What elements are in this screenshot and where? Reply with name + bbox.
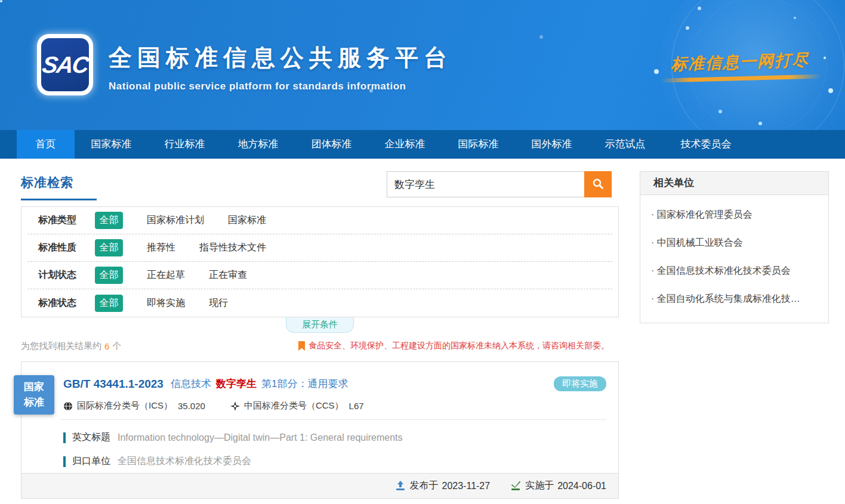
card-divider [60, 419, 606, 420]
filter-option[interactable]: 即将实施 [147, 297, 185, 310]
search-button[interactable] [584, 171, 612, 197]
site-title-cn: 全国标准信息公共服务平台 [109, 42, 452, 74]
filter-row: 标准状态全部即将实施现行 [27, 289, 612, 317]
nav-item[interactable]: 技术委员会 [662, 130, 750, 159]
main-column: 标准检索 标准类型全部国家标准计划国家标准标准性质全部推荐性指导性技术文件计划状… [21, 159, 619, 499]
standard-title-highlight[interactable]: 数字孪生 [216, 377, 257, 391]
ics-value: 35.020 [178, 401, 205, 411]
nav-item[interactable]: 国家标准 [75, 130, 148, 159]
filter-option[interactable]: 国家标准计划 [147, 214, 204, 227]
publish-label: 发布于 [410, 480, 439, 492]
card-body: GB/T 43441.1-2023 信息技术 数字孪生 第1部分：通用要求 即将… [21, 362, 618, 468]
expand-conditions-button[interactable]: 展开条件 [286, 317, 354, 333]
results-count: 6 [104, 341, 109, 351]
search-section: 标准检索 [21, 159, 619, 206]
nav-item[interactable]: 地方标准 [221, 130, 295, 159]
results-info: 为您找到相关结果约 6 个 食品安全、环境保护、工程建设方面的国家标准未纳入本系… [21, 339, 619, 353]
ccs-label: 中国标准分类号（CCS） [244, 400, 344, 412]
implement-date: 2024-06-01 [557, 481, 606, 491]
filter-all-button[interactable]: 全部 [95, 212, 123, 229]
site-title-en: National public service platform for sta… [109, 81, 452, 92]
sparkle-dots-decoration [0, 0, 2, 2]
results-notice: 食品安全、环境保护、工程建设方面的国家标准未纳入本系统，请咨询相关部委。 [298, 341, 609, 351]
section-title-underline [21, 199, 97, 200]
filter-row: 标准类型全部国家标准计划国家标准 [27, 207, 612, 234]
page-header: SAC 全国标准信息公共服务平台 National public service… [0, 0, 845, 130]
sac-logo[interactable]: SAC [37, 34, 93, 95]
nav-item[interactable]: 首页 [17, 130, 75, 159]
related-unit-link[interactable]: 全国信息技术标准化技术委员会 [651, 257, 818, 285]
expand-wrap: 展开条件 [21, 317, 619, 333]
result-card: 国家 标准 GB/T 43441.1-2023 信息技术 数字孪生 第1部分：通… [21, 361, 619, 499]
results-notice-text: 食品安全、环境保护、工程建设方面的国家标准未纳入本系统，请咨询相关部委。 [309, 341, 609, 351]
compass-icon [230, 401, 240, 411]
standard-title-part1[interactable]: 信息技术 [171, 377, 211, 391]
results-count-suffix: 个 [112, 341, 121, 352]
filter-row: 计划状态全部正在起草正在审查 [27, 262, 612, 289]
related-unit-link[interactable]: 国家标准化管理委员会 [651, 201, 818, 229]
filter-label: 标准性质 [38, 242, 95, 254]
field-marker-bar [63, 432, 66, 443]
card-title-row: GB/T 43441.1-2023 信息技术 数字孪生 第1部分：通用要求 即将… [63, 362, 606, 391]
type-badge-line1: 国家 [14, 379, 54, 395]
search-input[interactable] [387, 171, 584, 197]
related-units-title: 相关单位 [640, 172, 828, 195]
globe-icon [63, 401, 73, 411]
nav-item[interactable]: 行业标准 [148, 130, 221, 159]
filter-option[interactable]: 推荐性 [147, 242, 175, 254]
field-value: Information technology—Digital twin—Part… [118, 432, 403, 443]
type-badge-line2: 标准 [14, 395, 54, 410]
filter-option[interactable]: 指导性技术文件 [199, 242, 266, 254]
standard-type-badge: 国家 标准 [14, 375, 54, 415]
standard-code-link[interactable]: GB/T 43441.1-2023 [63, 378, 164, 391]
filter-label: 标准类型 [38, 214, 95, 227]
filter-option[interactable]: 正在审查 [209, 269, 247, 282]
card-footer: 发布于 2023-11-27 实施于 2024-06-01 [21, 473, 618, 498]
implement-label: 实施于 [525, 480, 554, 492]
nav-item[interactable]: 示范试点 [588, 130, 662, 159]
bookmark-icon [298, 341, 306, 351]
content: 标准检索 标准类型全部国家标准计划国家标准标准性质全部推荐性指导性技术文件计划状… [0, 159, 845, 499]
filter-all-button[interactable]: 全部 [95, 295, 123, 312]
standard-title-part2[interactable]: 第1部分：通用要求 [261, 377, 348, 391]
search-icon [592, 178, 604, 191]
sac-logo-inner: SAC [41, 38, 89, 91]
publish-date: 2023-11-27 [442, 481, 491, 491]
filter-all-button[interactable]: 全部 [95, 267, 123, 284]
card-fields: 英文标题Information technology—Digital twin—… [63, 431, 606, 468]
related-unit-link[interactable]: 中国机械工业联合会 [651, 229, 818, 257]
filter-box: 标准类型全部国家标准计划国家标准标准性质全部推荐性指导性技术文件计划状态全部正在… [21, 206, 619, 317]
publish-upload-icon [395, 481, 406, 491]
nav-item[interactable]: 企业标准 [368, 130, 442, 159]
implement-date-group: 实施于 2024-06-01 [510, 480, 606, 492]
related-unit-link[interactable]: 全国自动化系统与集成标准化技… [651, 285, 818, 313]
nav-item[interactable]: 团体标准 [295, 130, 368, 159]
filter-option[interactable]: 国家标准 [228, 214, 266, 227]
nav-item[interactable]: 国际标准 [442, 130, 515, 159]
field-label: 英文标题 [72, 431, 110, 444]
field-label: 归口单位 [72, 455, 110, 468]
main-nav: 首页国家标准行业标准地方标准团体标准企业标准国际标准国外标准示范试点技术委员会 [0, 130, 845, 159]
status-badge: 即将实施 [554, 376, 606, 391]
related-units-panel: 相关单位 国家标准化管理委员会中国机械工业联合会全国信息技术标准化技术委员会全国… [640, 171, 829, 323]
filter-option[interactable]: 正在起草 [147, 269, 185, 282]
filter-option[interactable]: 现行 [209, 297, 228, 310]
ics-label: 国际标准分类号（ICS） [77, 400, 172, 412]
sac-logo-text: SAC [41, 52, 90, 78]
related-units-list: 国家标准化管理委员会中国机械工业联合会全国信息技术标准化技术委员会全国自动化系统… [640, 195, 828, 323]
filter-row: 标准性质全部推荐性指导性技术文件 [27, 234, 612, 262]
publish-date-group: 发布于 2023-11-27 [395, 480, 491, 492]
card-meta-row: 国际标准分类号（ICS） 35.020 中国标准分类号（CCS） L67 [63, 400, 606, 412]
sidebar: 相关单位 国家标准化管理委员会中国机械工业联合会全国信息技术标准化技术委员会全国… [640, 171, 829, 499]
card-field-row: 归口单位全国信息技术标准化技术委员会 [63, 455, 606, 468]
nav-item[interactable]: 国外标准 [515, 130, 588, 159]
field-marker-bar [63, 456, 66, 467]
card-field-row: 英文标题Information technology—Digital twin—… [63, 431, 606, 444]
search-group [387, 171, 612, 197]
filter-label: 计划状态 [38, 269, 95, 282]
site-titles: 全国标准信息公共服务平台 National public service pla… [109, 42, 452, 92]
filter-all-button[interactable]: 全部 [95, 239, 123, 256]
ccs-value: L67 [349, 401, 364, 411]
implement-check-icon [510, 481, 521, 491]
section-title: 标准检索 [21, 159, 73, 191]
